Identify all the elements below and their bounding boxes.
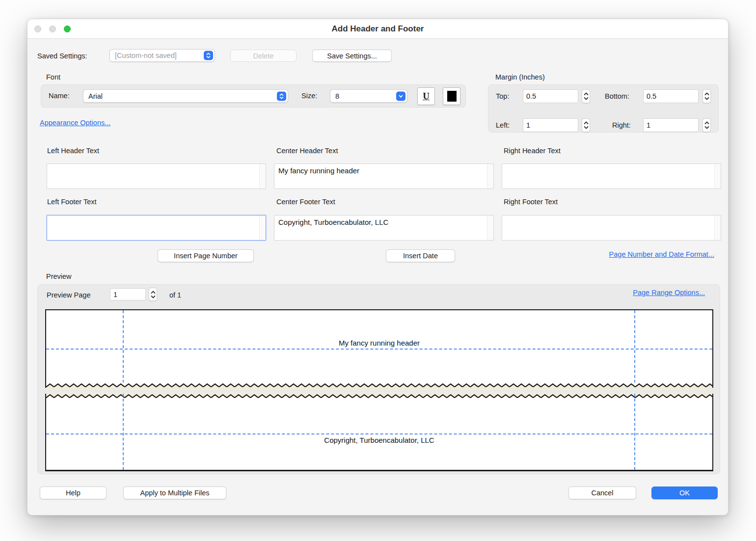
preview-page-footer-region: Copyright, Turboencabulator, LLC [45,394,713,471]
scrollbar-track[interactable] [487,164,493,189]
cancel-button[interactable]: Cancel [568,487,636,499]
margin-right-label: Right: [612,121,631,129]
insert-page-number-button[interactable]: Insert Page Number [158,249,254,262]
margin-left-label: Left: [496,121,510,129]
page-number-date-format-link[interactable]: Page Number and Date Format... [609,250,714,258]
preview-page-stepper[interactable] [149,288,157,301]
font-name-value: Arial [88,92,103,100]
saved-settings-label: Saved Settings: [37,52,87,60]
center-footer-textarea[interactable]: Copyright, Turboencabulator, LLC [274,216,486,240]
margin-group-label: Margin (Inches) [495,73,545,81]
scrollbar-track[interactable] [714,216,721,240]
margin-left-stepper[interactable] [582,118,590,132]
dialog-title: Add Header and Footer [27,24,728,34]
margin-right-stepper[interactable] [702,118,711,132]
add-header-footer-dialog: Add Header and Footer Saved Settings: [C… [27,19,729,515]
saved-settings-value: [Custom-not saved] [115,52,177,59]
header-baseline-guide [46,349,712,350]
left-header-label: Left Header Text [47,147,99,155]
saved-settings-select[interactable]: [Custom-not saved] [109,49,215,62]
font-color-swatch [447,91,457,102]
preview-header-text: My fancy running header [46,339,712,347]
right-footer-label: Right Footer Text [504,198,558,206]
scrollbar-track[interactable] [259,216,266,240]
scrollbar-track[interactable] [487,216,493,240]
center-header-textarea[interactable]: My fancy running header [274,164,486,189]
right-header-field[interactable] [502,163,721,189]
save-settings-button[interactable]: Save Settings... [312,50,392,62]
combo-down-icon [396,91,405,101]
preview-page-label: Preview Page [47,291,90,299]
page-range-options-link[interactable]: Page Range Options... [633,289,705,297]
ok-button[interactable]: OK [651,487,718,499]
insert-date-button[interactable]: Insert Date [386,249,455,262]
margin-right-input[interactable] [643,118,699,132]
preview-group: Preview Page of 1 Page Range Options... … [37,284,720,474]
apply-to-multiple-files-button[interactable]: Apply to Multiple Files [123,487,226,499]
margin-top-label: Top: [496,92,509,100]
popup-updown-icon [277,91,286,101]
preview-of-label: of 1 [169,291,181,299]
center-header-label: Center Header Text [276,147,338,155]
scrollbar-track[interactable] [714,164,721,189]
font-size-combo[interactable]: 8 [330,89,407,103]
left-footer-textarea[interactable] [47,216,259,240]
margin-bottom-stepper[interactable] [702,89,711,103]
left-header-field[interactable] [47,163,266,189]
underline-glyph: U [423,91,430,102]
margin-bottom-label: Bottom: [605,92,629,100]
margin-group: Top: Bottom: Left: Right: [488,84,719,133]
margin-top-stepper[interactable] [582,89,590,103]
help-button[interactable]: Help [40,487,107,499]
right-footer-field[interactable] [502,215,721,241]
popup-updown-icon [204,51,213,60]
footer-baseline-guide [46,433,712,434]
font-size-label: Size: [301,92,317,100]
right-header-textarea[interactable] [502,164,714,189]
title-bar: Add Header and Footer [27,19,728,39]
preview-group-label: Preview [46,272,72,280]
left-margin-guide [123,394,124,470]
preview-page-input[interactable] [110,288,146,300]
font-group-label: Font [46,73,60,81]
underline-button[interactable]: U [417,87,435,105]
center-footer-field[interactable]: Copyright, Turboencabulator, LLC [274,215,494,241]
left-footer-field[interactable] [47,215,266,241]
font-group: Name: Arial Size: 8 U [41,84,466,108]
font-color-button[interactable] [443,87,460,105]
left-header-textarea[interactable] [47,164,259,189]
font-name-select[interactable]: Arial [83,89,288,103]
center-footer-label: Center Footer Text [276,198,335,206]
right-footer-textarea[interactable] [502,216,714,240]
center-header-field[interactable]: My fancy running header [274,163,494,189]
margin-left-input[interactable] [523,118,578,132]
preview-page-header-region: My fancy running header [45,309,713,388]
torn-edge-icon [46,382,712,389]
appearance-options-link[interactable]: Appearance Options... [40,119,110,127]
margin-bottom-input[interactable] [643,89,699,103]
torn-edge-icon [46,393,712,399]
scrollbar-track[interactable] [259,164,266,189]
left-footer-label: Left Footer Text [47,198,96,206]
margin-top-input[interactable] [523,89,578,103]
font-name-label: Name: [49,92,70,100]
preview-footer-text: Copyright, Turboencabulator, LLC [46,436,712,444]
right-header-label: Right Header Text [504,147,561,155]
delete-button[interactable]: Delete [230,50,297,62]
right-margin-guide [634,394,635,470]
font-size-value: 8 [335,92,339,100]
